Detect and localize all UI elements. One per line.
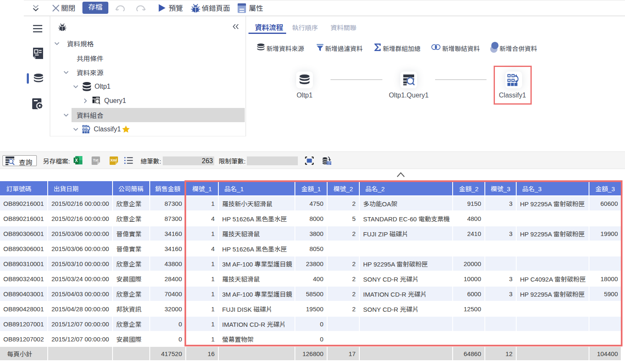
svg-text:Txt: Txt [93,158,98,162]
svg-text:X: X [75,158,78,163]
svg-text:Xml: Xml [110,158,117,162]
